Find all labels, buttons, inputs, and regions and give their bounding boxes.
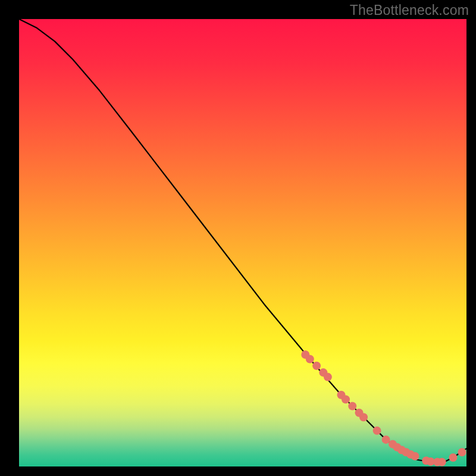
marker-dot	[348, 402, 356, 410]
marker-dot	[373, 427, 381, 435]
marker-dot	[324, 373, 332, 381]
watermark-text: TheBottleneck.com	[350, 2, 469, 18]
marker-dot	[449, 453, 457, 462]
marker-dot	[438, 458, 446, 466]
gradient-background	[19, 19, 466, 466]
chart-svg	[19, 19, 466, 466]
plot-area	[19, 19, 466, 466]
marker-dot	[411, 452, 419, 461]
marker-dot	[359, 413, 368, 421]
marker-dot	[342, 395, 350, 403]
marker-dot	[458, 448, 466, 456]
marker-dot	[306, 355, 314, 364]
marker-dot	[312, 362, 321, 370]
chart-stage: TheBottleneck.com	[0, 0, 476, 476]
